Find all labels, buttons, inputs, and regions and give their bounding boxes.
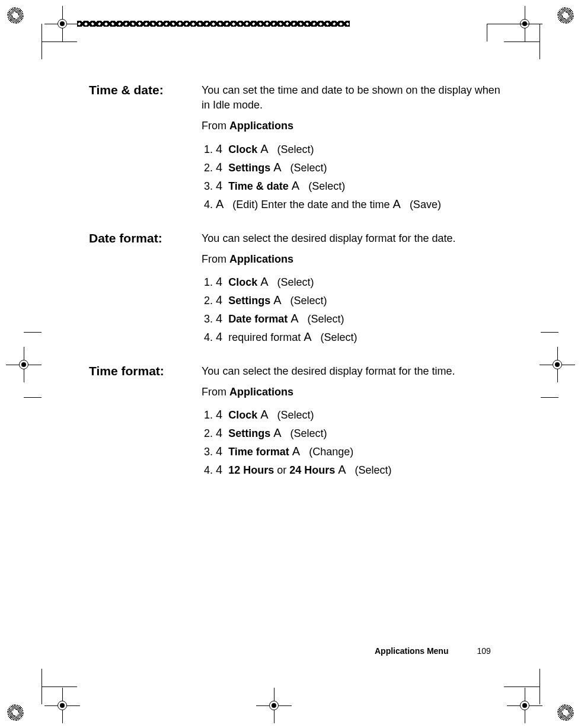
step-item: 4 Settings A (Select) [216, 424, 504, 442]
step-item: 4 Clock A (Select) [216, 273, 504, 291]
section-body: You can select the desired display forma… [202, 231, 504, 346]
menu-item: Time format [228, 446, 289, 458]
softkey-symbol: A [260, 142, 268, 155]
menu-item: Clock [228, 276, 257, 288]
nav-symbol: 4 [216, 312, 222, 325]
from-menu: Applications [229, 253, 293, 265]
step-item: 4 required format A (Select) [216, 328, 504, 346]
nav-symbol: 4 [216, 408, 222, 421]
softkey-symbol: A [393, 197, 401, 210]
section-intro: You can set the time and date to be show… [202, 83, 504, 113]
from-prefix: From [202, 253, 229, 265]
crop-line [42, 41, 77, 42]
nav-symbol: 4 [216, 161, 222, 174]
step-text: or [274, 464, 289, 476]
crop-line [541, 332, 558, 333]
softkey-symbol: A [290, 312, 298, 325]
action-label: (Select) [318, 331, 357, 343]
steps-list: 4 Clock A (Select) 4 Settings A (Select)… [202, 405, 504, 479]
menu-item: Clock [228, 143, 257, 155]
crop-line [541, 397, 558, 398]
section-heading-col: Time format: [89, 364, 202, 479]
nav-symbol: 4 [216, 426, 222, 439]
nav-symbol: 4 [216, 142, 222, 155]
action-label: (Select) [288, 295, 327, 306]
print-mark-icon [7, 7, 24, 24]
menu-item: Settings [228, 295, 270, 306]
step-item: 4 Settings A (Select) [216, 291, 504, 309]
section-intro: You can select the desired display forma… [202, 364, 504, 379]
from-menu: Applications [229, 120, 293, 132]
section-heading: Date format: [89, 231, 196, 245]
section-time-date: Time & date: You can set the time and da… [89, 83, 504, 213]
section-body: You can select the desired display forma… [202, 364, 504, 479]
nav-symbol: 4 [216, 293, 222, 306]
softkey-symbol: A [273, 161, 281, 174]
step-item: A (Edit) Enter the date and the time A (… [216, 195, 504, 213]
steps-list: 4 Clock A (Select) 4 Settings A (Select)… [202, 273, 504, 346]
from-prefix: From [202, 386, 229, 398]
action-label: (Select) [352, 464, 392, 476]
from-menu: Applications [229, 386, 293, 398]
section-time-format: Time format: You can select the desired … [89, 364, 504, 479]
section-heading-col: Date format: [89, 231, 202, 346]
step-item: 4 Clock A (Select) [216, 405, 504, 424]
menu-item: Settings [228, 162, 270, 174]
section-heading: Time format: [89, 364, 196, 378]
softkey-symbol: A [273, 293, 281, 306]
action-label: (Select) [288, 162, 327, 174]
crop-mark-icon [44, 688, 80, 723]
crop-line [540, 669, 540, 704]
section-heading-col: Time & date: [89, 83, 202, 213]
softkey-symbol: A [292, 445, 300, 458]
step-item: 4 Date format A (Select) [216, 309, 504, 328]
page-number: 109 [477, 646, 490, 656]
crop-line [540, 24, 540, 59]
menu-item: Clock [228, 409, 257, 421]
crop-line [24, 332, 42, 333]
softkey-symbol: A [338, 463, 346, 476]
section-date-format: Date format: You can select the desired … [89, 231, 504, 346]
menu-item: 12 Hours [228, 464, 274, 476]
step-item: 4 Settings A (Select) [216, 158, 504, 177]
from-line: From Applications [202, 385, 504, 400]
softkey-symbol: A [260, 275, 268, 288]
menu-item: 24 Hours [289, 464, 335, 476]
menu-item: Time & date [228, 180, 289, 192]
crop-line [42, 687, 77, 687]
page-content: Time & date: You can set the time and da… [89, 83, 504, 497]
action-label: (Change) [306, 446, 353, 458]
section-body: You can set the time and date to be show… [202, 83, 504, 213]
from-prefix: From [202, 120, 229, 132]
action-label: (Select) [274, 143, 314, 155]
from-line: From Applications [202, 119, 504, 133]
step-item: 4 12 Hours or 24 Hours A (Select) [216, 461, 504, 479]
nav-symbol: 4 [216, 445, 222, 458]
softkey-symbol: A [260, 408, 268, 421]
nav-symbol: 4 [216, 330, 222, 343]
crop-mark-icon [6, 347, 42, 382]
crop-mark-icon [44, 6, 80, 41]
nav-symbol: 4 [216, 275, 222, 288]
action-label: (Edit) Enter the date and the time [229, 199, 392, 210]
print-mark-icon [7, 704, 24, 721]
section-intro: You can select the desired display forma… [202, 231, 504, 246]
section-heading: Time & date: [89, 83, 196, 97]
softkey-symbol: A [304, 330, 311, 343]
menu-item: Settings [228, 427, 270, 439]
step-item: 4 Time format A (Change) [216, 442, 504, 461]
crop-line [24, 397, 42, 398]
softkey-symbol: A [292, 179, 299, 192]
crop-line [504, 41, 540, 42]
page-footer: Applications Menu109 [0, 646, 581, 656]
steps-list: 4 Clock A (Select) 4 Settings A (Select)… [202, 140, 504, 213]
action-label: (Save) [407, 199, 441, 210]
step-item: 4 Clock A (Select) [216, 140, 504, 158]
softkey-symbol: A [273, 426, 281, 439]
print-mark-icon [557, 704, 574, 721]
step-text: required format [228, 331, 304, 343]
softkey-symbol: A [216, 197, 224, 210]
crop-mark-icon [256, 688, 292, 723]
nav-symbol: 4 [216, 179, 222, 192]
crop-mark-icon [507, 688, 542, 723]
